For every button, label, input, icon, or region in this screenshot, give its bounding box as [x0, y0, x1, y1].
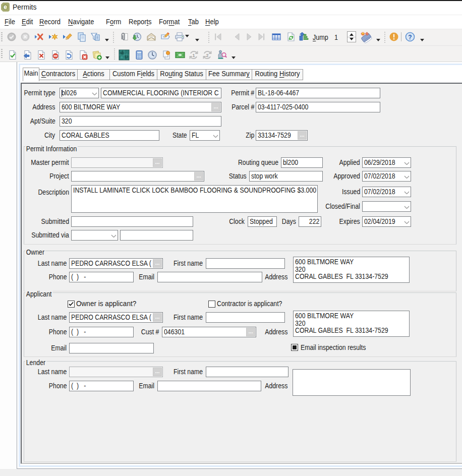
svg-text:e: e — [4, 4, 7, 11]
svg-text:2: 2 — [206, 52, 208, 57]
svg-text:1: 1 — [192, 52, 195, 57]
svg-text:?: ? — [408, 34, 412, 41]
